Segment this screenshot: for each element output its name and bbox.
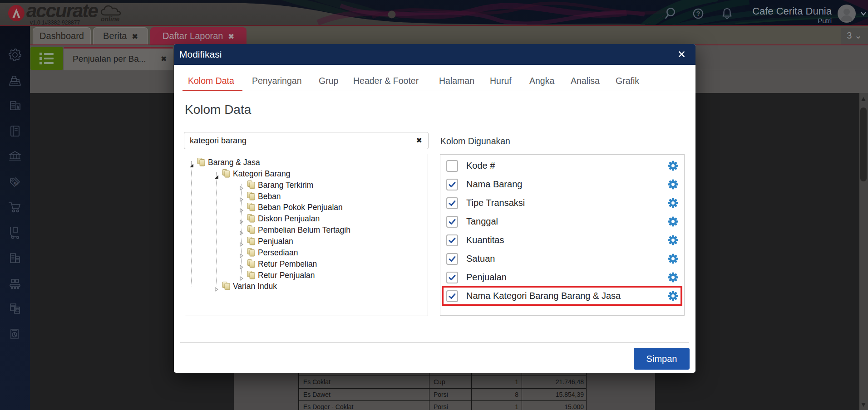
- svg-text:Rp: Rp: [14, 182, 18, 185]
- svg-text:?: ?: [696, 10, 700, 17]
